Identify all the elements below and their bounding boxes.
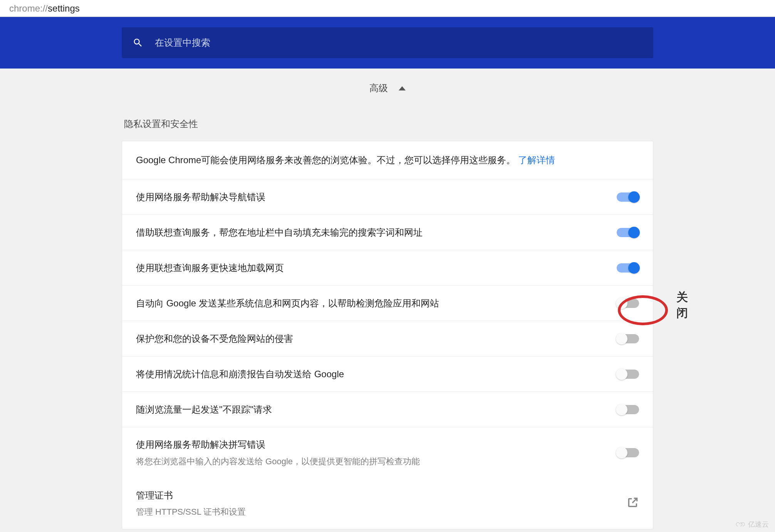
toggle-switch[interactable] bbox=[617, 405, 639, 414]
watermark: 亿速云 bbox=[735, 520, 769, 529]
setting-row-5[interactable]: 将使用情况统计信息和崩溃报告自动发送给 Google bbox=[122, 356, 653, 392]
advanced-toggle[interactable]: 高级 bbox=[369, 79, 406, 98]
intro-text: Google Chrome可能会使用网络服务来改善您的浏览体验。不过，您可以选择… bbox=[136, 155, 515, 165]
setting-row-6[interactable]: 随浏览流量一起发送"不跟踪"请求 bbox=[122, 392, 653, 427]
external-link-icon bbox=[627, 496, 639, 511]
intro-row: Google Chrome可能会使用网络服务来改善您的浏览体验。不过，您可以选择… bbox=[122, 141, 653, 179]
cert-title: 管理证书 bbox=[136, 488, 627, 503]
setting-title: 将使用情况统计信息和崩溃报告自动发送给 Google bbox=[136, 367, 617, 381]
setting-title: 保护您和您的设备不受危险网站的侵害 bbox=[136, 331, 617, 346]
setting-row-3[interactable]: 自动向 Google 发送某些系统信息和网页内容，以帮助检测危险应用和网站 bbox=[122, 286, 653, 321]
setting-title: 自动向 Google 发送某些系统信息和网页内容，以帮助检测危险应用和网站 bbox=[136, 296, 617, 311]
section-title-privacy: 隐私设置和安全性 bbox=[124, 118, 653, 130]
chevron-up-icon bbox=[399, 86, 406, 90]
toggle-switch[interactable] bbox=[617, 228, 639, 237]
toggle-switch[interactable] bbox=[617, 334, 639, 343]
search-input[interactable] bbox=[155, 37, 642, 48]
annotation-label: 关闭 bbox=[676, 289, 688, 321]
url-scheme: chrome:// bbox=[9, 3, 48, 14]
toggle-switch[interactable] bbox=[617, 448, 639, 457]
url-path: settings bbox=[48, 3, 80, 14]
learn-more-link[interactable]: 了解详情 bbox=[518, 155, 555, 165]
privacy-card: Google Chrome可能会使用网络服务来改善您的浏览体验。不过，您可以选择… bbox=[122, 141, 653, 529]
setting-title: 随浏览流量一起发送"不跟踪"请求 bbox=[136, 402, 617, 417]
toggle-switch[interactable] bbox=[617, 192, 639, 202]
setting-title: 借助联想查询服务，帮您在地址栏中自动填充未输完的搜索字词和网址 bbox=[136, 225, 617, 240]
setting-title: 使用联想查询服务更快速地加载网页 bbox=[136, 261, 617, 275]
cert-subtitle: 管理 HTTPS/SSL 证书和设置 bbox=[136, 505, 627, 519]
setting-row-0[interactable]: 使用网络服务帮助解决导航错误 bbox=[122, 179, 653, 215]
watermark-text: 亿速云 bbox=[748, 520, 769, 529]
search-container[interactable] bbox=[122, 27, 653, 58]
setting-row-7[interactable]: 使用网络服务帮助解决拼写错误将您在浏览器中输入的内容发送给 Google，以便提… bbox=[122, 427, 653, 478]
toggle-switch[interactable] bbox=[617, 299, 639, 308]
content-area: 高级 隐私设置和安全性 Google Chrome可能会使用网络服务来改善您的浏… bbox=[0, 69, 775, 529]
setting-subtitle: 将您在浏览器中输入的内容发送给 Google，以便提供更智能的拼写检查功能 bbox=[136, 455, 617, 468]
setting-row-1[interactable]: 借助联想查询服务，帮您在地址栏中自动填充未输完的搜索字词和网址 bbox=[122, 215, 653, 250]
toggle-switch[interactable] bbox=[617, 263, 639, 273]
settings-header bbox=[0, 17, 775, 69]
advanced-label: 高级 bbox=[369, 82, 388, 94]
setting-title: 使用网络服务帮助解决拼写错误 bbox=[136, 437, 617, 452]
setting-row-2[interactable]: 使用联想查询服务更快速地加载网页 bbox=[122, 250, 653, 286]
manage-certificates-row[interactable]: 管理证书 管理 HTTPS/SSL 证书和设置 bbox=[122, 478, 653, 529]
setting-title: 使用网络服务帮助解决导航错误 bbox=[136, 190, 617, 204]
setting-row-4[interactable]: 保护您和您的设备不受危险网站的侵害 bbox=[122, 321, 653, 356]
toggle-switch[interactable] bbox=[617, 370, 639, 379]
address-bar[interactable]: chrome://settings bbox=[0, 0, 775, 17]
search-icon bbox=[133, 37, 143, 48]
